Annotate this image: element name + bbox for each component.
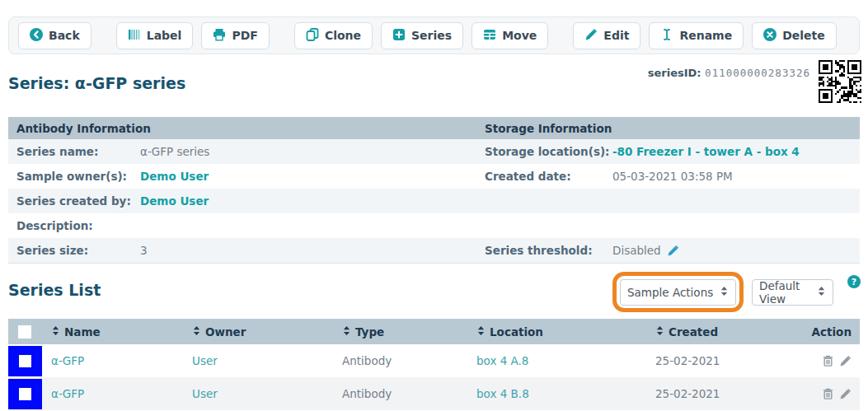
edit-threshold-icon[interactable] (667, 245, 679, 257)
clone-button-label: Clone (325, 29, 361, 42)
toolbar: Back Label PDF Clone Series Move Edit R (8, 16, 860, 54)
sample-name-link[interactable]: α-GFP (45, 354, 186, 367)
barcode-icon (128, 28, 141, 44)
info-row: Description: (8, 213, 860, 238)
created-date-label: Created date: (476, 170, 612, 183)
sort-icon (192, 325, 201, 339)
sample-owner-link[interactable]: Demo User (140, 170, 209, 183)
edit-button[interactable]: Edit (573, 22, 640, 49)
back-button[interactable]: Back (18, 22, 91, 49)
rename-button-label: Rename (679, 29, 732, 42)
sample-type: Antibody (336, 354, 471, 367)
pdf-button-label: PDF (232, 29, 257, 42)
antibody-information-header: Antibody Information (8, 122, 476, 135)
default-view-select-value: Default View (759, 279, 817, 306)
page-title: Series: α-GFP series (8, 74, 185, 92)
trash-icon[interactable] (822, 387, 834, 400)
sort-icon (476, 325, 486, 339)
updown-arrows-icon (720, 286, 729, 299)
table-icon (483, 28, 496, 44)
plus-square-icon (392, 28, 406, 44)
series-size-label: Series size: (8, 244, 140, 257)
series-button[interactable]: Series (381, 22, 463, 49)
sample-owner-link[interactable]: User (186, 354, 336, 367)
info-row: Series created by: Demo User (8, 189, 860, 213)
series-id-value: 011000000283326 (705, 67, 810, 79)
svg-text:?: ? (852, 277, 856, 287)
sample-name-link[interactable]: α-GFP (45, 387, 186, 400)
series-id-label: seriesID: (648, 67, 701, 79)
storage-locations-label: Storage location(s): (476, 145, 612, 158)
delete-button-label: Delete (782, 29, 825, 42)
sample-created-date: 25-02-2021 (650, 354, 806, 367)
column-header-name[interactable]: Name (45, 325, 186, 339)
series-detail-page: Back Label PDF Clone Series Move Edit R (0, 0, 868, 411)
edit-button-label: Edit (603, 29, 629, 42)
info-table-header: Antibody Information Storage Information (8, 117, 860, 139)
info-row: Series size: 3 Series threshold: Disable… (8, 238, 860, 263)
table-row: α-GFP User Antibody box 4 B.8 25-02-2021 (8, 377, 860, 410)
info-table: Antibody Information Storage Information… (8, 117, 860, 264)
sample-created-date: 25-02-2021 (650, 387, 806, 400)
select-all-checkbox[interactable] (18, 325, 31, 339)
sample-owners-label: Sample owner(s): (8, 170, 140, 183)
pencil-icon (584, 28, 598, 44)
series-name-value: α-GFP series (140, 145, 209, 158)
sample-owner-link[interactable]: User (186, 387, 336, 400)
series-size-value: 3 (140, 244, 148, 257)
move-button-label: Move (502, 29, 537, 42)
sort-icon (655, 325, 664, 339)
sample-location-link[interactable]: box 4 A.8 (471, 354, 650, 367)
series-list-header-row: Name Owner Type Location Created Action (8, 319, 860, 344)
pdf-button[interactable]: PDF (201, 22, 269, 49)
series-list-title: Series List (8, 281, 101, 299)
series-list-table: Name Owner Type Location Created Action (8, 319, 860, 410)
label-button-label: Label (147, 29, 182, 42)
row-checkbox-highlight (8, 346, 42, 376)
row-checkbox-highlight (8, 379, 42, 409)
series-threshold-value: Disabled (612, 244, 661, 257)
clone-button[interactable]: Clone (294, 22, 373, 49)
help-icon[interactable]: ? (847, 275, 861, 288)
storage-information-header: Storage Information (476, 122, 860, 135)
back-circle-icon (30, 28, 43, 44)
trash-icon[interactable] (822, 354, 834, 367)
series-name-label: Series name: (8, 145, 140, 158)
column-header-owner[interactable]: Owner (186, 325, 336, 339)
series-id: seriesID: 011000000283326 (648, 67, 810, 79)
created-date-value: 05-03-2021 03:58 PM (612, 170, 733, 183)
rename-button[interactable]: Rename (649, 22, 744, 49)
column-header-location[interactable]: Location (471, 325, 650, 339)
sort-icon (342, 325, 351, 339)
text-cursor-icon (660, 28, 673, 44)
row-checkbox[interactable] (19, 388, 31, 400)
sample-location-link[interactable]: box 4 B.8 (471, 387, 650, 400)
delete-circle-icon (763, 28, 777, 44)
clone-icon (306, 28, 319, 44)
delete-button[interactable]: Delete (752, 22, 837, 49)
sort-icon (51, 325, 60, 339)
default-view-select[interactable]: Default View (752, 279, 833, 306)
series-creator-link[interactable]: Demo User (140, 194, 209, 208)
sample-type: Antibody (336, 387, 471, 400)
qr-code (819, 60, 861, 103)
column-header-created[interactable]: Created (650, 325, 806, 339)
row-checkbox[interactable] (19, 355, 31, 367)
description-label: Description: (8, 219, 140, 232)
printer-icon (213, 28, 226, 44)
label-button[interactable]: Label (116, 22, 194, 49)
edit-row-icon[interactable] (839, 355, 852, 367)
back-button-label: Back (49, 29, 80, 42)
sample-actions-select[interactable]: Sample Actions (620, 279, 736, 306)
column-header-type[interactable]: Type (336, 325, 471, 339)
column-header-action: Action (806, 325, 860, 339)
sample-actions-select-value: Sample Actions (627, 286, 713, 299)
storage-location-link[interactable]: -80 Freezer I - tower A - box 4 (612, 145, 800, 158)
series-created-by-label: Series created by: (8, 194, 140, 208)
table-row: α-GFP User Antibody box 4 A.8 25-02-2021 (8, 344, 860, 377)
move-button[interactable]: Move (472, 22, 548, 49)
series-threshold-label: Series threshold: (476, 244, 612, 257)
edit-row-icon[interactable] (839, 388, 852, 400)
series-button-label: Series (411, 29, 452, 42)
info-row: Sample owner(s): Demo User Created date:… (8, 164, 860, 189)
